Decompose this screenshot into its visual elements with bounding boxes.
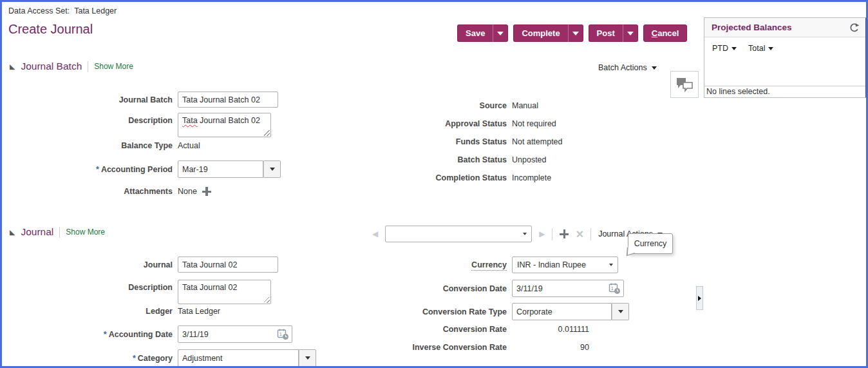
category-dropdown-button[interactable]: [299, 349, 316, 367]
journal-section-title: Journal: [21, 226, 53, 238]
collapse-triangle-icon[interactable]: ◣: [10, 229, 15, 236]
projected-balances-header: Projected Balances: [704, 18, 865, 37]
currency-tooltip: Currency: [628, 233, 673, 254]
conversion-rate-type-dropdown-button[interactable]: [612, 303, 629, 320]
completion-status-label: Completion Status: [339, 173, 507, 182]
panel-splitter-handle[interactable]: [696, 286, 703, 310]
ledger-value: Tata Ledger: [178, 307, 220, 316]
conversion-date-field-row: Conversion Date 1: [339, 280, 624, 297]
conversation-bubbles-icon: [675, 77, 693, 92]
post-split-button: Post: [589, 24, 638, 42]
journal-show-more-link[interactable]: Show More: [66, 228, 105, 237]
category-input[interactable]: [178, 349, 299, 367]
ptd-dropdown[interactable]: PTD: [712, 44, 737, 53]
resize-grip-icon[interactable]: [264, 130, 270, 136]
approval-status-row: Approval Status Not required: [339, 119, 556, 128]
required-asterisk: *: [104, 330, 107, 339]
chevron-down-icon: [627, 32, 634, 35]
date-picker-icon[interactable]: 1: [277, 328, 289, 342]
source-status-row: Source Manual: [339, 101, 538, 110]
expand-right-icon: [698, 296, 701, 301]
accounting-date-label: *Accounting Date: [10, 330, 173, 339]
date-picker-icon[interactable]: 1: [609, 282, 621, 296]
complete-split-button: Complete: [513, 24, 583, 42]
currency-select[interactable]: INR - Indian Rupee: [512, 257, 618, 273]
divider: [552, 228, 552, 240]
complete-dropdown-button[interactable]: [568, 24, 583, 42]
conversion-date-picker: 1: [512, 280, 624, 297]
collaboration-button[interactable]: [670, 71, 699, 98]
approval-status-value: Not required: [512, 119, 556, 128]
cancel-button[interactable]: Cancel: [643, 24, 688, 42]
completion-status-value: Incomplete: [512, 173, 551, 182]
complete-button[interactable]: Complete: [513, 24, 567, 42]
conversion-rate-value: 0.011111: [512, 325, 589, 334]
conversion-rate-type-label: Conversion Rate Type: [339, 307, 507, 316]
inverse-conversion-rate-label: Inverse Conversion Rate: [339, 343, 507, 352]
add-journal-icon[interactable]: [560, 229, 569, 238]
projected-balances-title: Projected Balances: [712, 23, 792, 32]
batch-status-label: Batch Status: [339, 155, 507, 164]
attachments-value: None: [178, 187, 197, 196]
funds-status-label: Funds Status: [339, 137, 507, 146]
collapse-triangle-icon[interactable]: ◣: [10, 63, 15, 70]
attachments-field-row: Attachments None: [10, 187, 211, 196]
journal-name-label: Journal: [10, 260, 173, 269]
accounting-date-input[interactable]: [178, 325, 292, 343]
conversion-date-input[interactable]: [512, 280, 624, 297]
data-access-set: Data Access Set:Tata Ledger: [8, 6, 117, 15]
journal-name-field-row: Journal: [10, 257, 278, 273]
chevron-down-icon: [497, 32, 504, 35]
divider: [590, 228, 591, 240]
balance-type-value: Actual: [178, 141, 200, 150]
add-attachment-icon[interactable]: [202, 187, 211, 196]
ledger-label: Ledger: [10, 307, 173, 316]
balance-type-label: Balance Type: [10, 141, 173, 150]
conversion-rate-label: Conversion Rate: [339, 325, 507, 334]
batch-description-text-misspelled: Tata: [182, 116, 198, 125]
accounting-period-input[interactable]: [178, 160, 263, 178]
create-journal-page: Data Access Set:Tata Ledger Create Journ…: [0, 0, 868, 368]
accounting-period-dropdown-button[interactable]: [263, 160, 281, 178]
batch-description-label: Description: [10, 113, 173, 125]
balance-type-field-row: Balance Type Actual: [10, 141, 200, 150]
journal-description-field-row: Description Tata Journal 02: [10, 280, 271, 304]
next-journal-icon[interactable]: ▶: [539, 229, 545, 238]
refresh-icon[interactable]: [849, 22, 860, 34]
conversion-rate-type-field-row: Conversion Rate Type: [339, 303, 629, 320]
conversion-rate-type-input[interactable]: [512, 303, 612, 320]
required-asterisk: *: [133, 354, 136, 363]
total-dropdown[interactable]: Total: [748, 44, 773, 53]
currency-label: Currency: [339, 260, 507, 269]
conversion-date-label: Conversion Date: [339, 284, 507, 293]
journal-selector-dropdown[interactable]: [385, 226, 532, 242]
chevron-down-icon: [652, 66, 657, 70]
accounting-date-picker: 1: [178, 325, 292, 343]
funds-status-row: Funds Status Not attempted: [339, 137, 563, 146]
projected-balances-status: No lines selected.: [704, 86, 865, 97]
save-button[interactable]: Save: [457, 24, 493, 42]
journal-toolbar: ◀ ▶ × Journal Actions: [372, 226, 663, 242]
save-dropdown-button[interactable]: [493, 24, 508, 42]
currency-field-row: Currency INR - Indian Rupee: [339, 257, 618, 273]
accounting-period-label: *Accounting Period: [10, 165, 173, 174]
post-dropdown-button[interactable]: [623, 24, 638, 42]
journal-name-input[interactable]: [178, 257, 278, 273]
journal-description-textarea[interactable]: Tata Journal 02: [178, 280, 271, 304]
page-title: Create Journal: [8, 22, 93, 37]
conversion-rate-type-combo: [512, 303, 629, 320]
chevron-down-icon: [618, 310, 623, 313]
data-access-set-label: Data Access Set:: [8, 6, 70, 15]
chevron-down-icon: [270, 168, 275, 171]
delete-journal-icon[interactable]: ×: [576, 229, 583, 238]
batch-description-field-row: Description Tata Journal Batch 02: [10, 113, 271, 137]
batch-actions-menu[interactable]: Batch Actions: [598, 63, 657, 72]
batch-description-textarea[interactable]: Tata Journal Batch 02: [178, 113, 271, 137]
resize-grip-icon[interactable]: [264, 297, 270, 303]
post-button[interactable]: Post: [589, 24, 623, 42]
save-split-button: Save: [457, 24, 508, 42]
journal-batch-input[interactable]: [178, 92, 278, 108]
chevron-down-icon: [609, 264, 613, 266]
journal-batch-show-more-link[interactable]: Show More: [94, 62, 133, 71]
previous-journal-icon[interactable]: ◀: [372, 229, 378, 238]
